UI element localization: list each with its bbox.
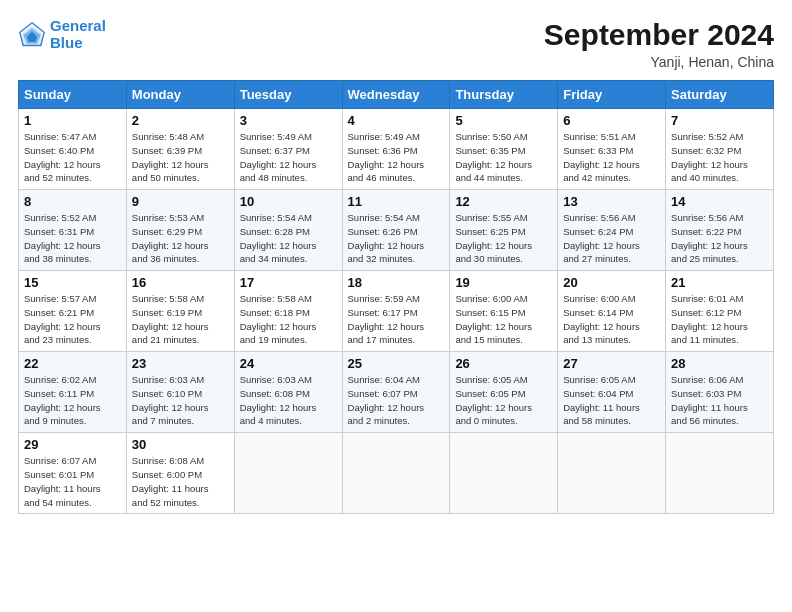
calendar-cell: 18Sunrise: 5:59 AM Sunset: 6:17 PM Dayli…	[342, 271, 450, 352]
day-info: Sunrise: 6:05 AM Sunset: 6:05 PM Dayligh…	[455, 373, 552, 428]
logo-text: General Blue	[50, 18, 106, 51]
day-number: 13	[563, 194, 660, 209]
calendar-cell	[666, 433, 774, 514]
calendar-cell: 24Sunrise: 6:03 AM Sunset: 6:08 PM Dayli…	[234, 352, 342, 433]
day-number: 28	[671, 356, 768, 371]
calendar-cell: 20Sunrise: 6:00 AM Sunset: 6:14 PM Dayli…	[558, 271, 666, 352]
day-number: 29	[24, 437, 121, 452]
day-number: 20	[563, 275, 660, 290]
calendar-cell: 13Sunrise: 5:56 AM Sunset: 6:24 PM Dayli…	[558, 190, 666, 271]
header: General Blue September 2024 Yanji, Henan…	[18, 18, 774, 70]
calendar-week-2: 8Sunrise: 5:52 AM Sunset: 6:31 PM Daylig…	[19, 190, 774, 271]
calendar-cell: 15Sunrise: 5:57 AM Sunset: 6:21 PM Dayli…	[19, 271, 127, 352]
day-number: 9	[132, 194, 229, 209]
calendar-cell: 21Sunrise: 6:01 AM Sunset: 6:12 PM Dayli…	[666, 271, 774, 352]
calendar-cell: 23Sunrise: 6:03 AM Sunset: 6:10 PM Dayli…	[126, 352, 234, 433]
day-info: Sunrise: 5:50 AM Sunset: 6:35 PM Dayligh…	[455, 130, 552, 185]
calendar-cell: 5Sunrise: 5:50 AM Sunset: 6:35 PM Daylig…	[450, 109, 558, 190]
calendar-cell	[342, 433, 450, 514]
day-number: 15	[24, 275, 121, 290]
day-info: Sunrise: 5:59 AM Sunset: 6:17 PM Dayligh…	[348, 292, 445, 347]
location: Yanji, Henan, China	[544, 54, 774, 70]
day-number: 12	[455, 194, 552, 209]
calendar-header-tuesday: Tuesday	[234, 81, 342, 109]
day-number: 1	[24, 113, 121, 128]
calendar-cell: 29Sunrise: 6:07 AM Sunset: 6:01 PM Dayli…	[19, 433, 127, 514]
calendar-cell: 25Sunrise: 6:04 AM Sunset: 6:07 PM Dayli…	[342, 352, 450, 433]
logo: General Blue	[18, 18, 106, 51]
day-info: Sunrise: 6:00 AM Sunset: 6:14 PM Dayligh…	[563, 292, 660, 347]
day-info: Sunrise: 6:05 AM Sunset: 6:04 PM Dayligh…	[563, 373, 660, 428]
day-number: 22	[24, 356, 121, 371]
month-title: September 2024	[544, 18, 774, 52]
calendar-cell: 26Sunrise: 6:05 AM Sunset: 6:05 PM Dayli…	[450, 352, 558, 433]
calendar-cell: 22Sunrise: 6:02 AM Sunset: 6:11 PM Dayli…	[19, 352, 127, 433]
calendar-cell: 17Sunrise: 5:58 AM Sunset: 6:18 PM Dayli…	[234, 271, 342, 352]
calendar-header-wednesday: Wednesday	[342, 81, 450, 109]
day-number: 16	[132, 275, 229, 290]
day-number: 4	[348, 113, 445, 128]
day-info: Sunrise: 6:07 AM Sunset: 6:01 PM Dayligh…	[24, 454, 121, 509]
calendar-cell: 30Sunrise: 6:08 AM Sunset: 6:00 PM Dayli…	[126, 433, 234, 514]
day-number: 25	[348, 356, 445, 371]
day-info: Sunrise: 5:56 AM Sunset: 6:22 PM Dayligh…	[671, 211, 768, 266]
day-number: 17	[240, 275, 337, 290]
calendar-cell: 6Sunrise: 5:51 AM Sunset: 6:33 PM Daylig…	[558, 109, 666, 190]
calendar-header-row: SundayMondayTuesdayWednesdayThursdayFrid…	[19, 81, 774, 109]
day-number: 19	[455, 275, 552, 290]
day-number: 30	[132, 437, 229, 452]
calendar-week-1: 1Sunrise: 5:47 AM Sunset: 6:40 PM Daylig…	[19, 109, 774, 190]
calendar-cell: 12Sunrise: 5:55 AM Sunset: 6:25 PM Dayli…	[450, 190, 558, 271]
day-info: Sunrise: 6:01 AM Sunset: 6:12 PM Dayligh…	[671, 292, 768, 347]
day-info: Sunrise: 5:58 AM Sunset: 6:19 PM Dayligh…	[132, 292, 229, 347]
logo-icon	[18, 21, 46, 49]
calendar-cell: 2Sunrise: 5:48 AM Sunset: 6:39 PM Daylig…	[126, 109, 234, 190]
day-number: 8	[24, 194, 121, 209]
calendar-cell: 8Sunrise: 5:52 AM Sunset: 6:31 PM Daylig…	[19, 190, 127, 271]
calendar-cell: 19Sunrise: 6:00 AM Sunset: 6:15 PM Dayli…	[450, 271, 558, 352]
calendar-cell: 14Sunrise: 5:56 AM Sunset: 6:22 PM Dayli…	[666, 190, 774, 271]
calendar-cell: 10Sunrise: 5:54 AM Sunset: 6:28 PM Dayli…	[234, 190, 342, 271]
calendar-cell: 3Sunrise: 5:49 AM Sunset: 6:37 PM Daylig…	[234, 109, 342, 190]
day-number: 24	[240, 356, 337, 371]
day-info: Sunrise: 5:56 AM Sunset: 6:24 PM Dayligh…	[563, 211, 660, 266]
day-number: 27	[563, 356, 660, 371]
title-block: September 2024 Yanji, Henan, China	[544, 18, 774, 70]
day-number: 3	[240, 113, 337, 128]
day-info: Sunrise: 5:54 AM Sunset: 6:26 PM Dayligh…	[348, 211, 445, 266]
calendar-cell: 28Sunrise: 6:06 AM Sunset: 6:03 PM Dayli…	[666, 352, 774, 433]
day-info: Sunrise: 5:48 AM Sunset: 6:39 PM Dayligh…	[132, 130, 229, 185]
day-number: 7	[671, 113, 768, 128]
calendar-cell: 9Sunrise: 5:53 AM Sunset: 6:29 PM Daylig…	[126, 190, 234, 271]
day-info: Sunrise: 5:52 AM Sunset: 6:31 PM Dayligh…	[24, 211, 121, 266]
day-number: 11	[348, 194, 445, 209]
day-info: Sunrise: 5:55 AM Sunset: 6:25 PM Dayligh…	[455, 211, 552, 266]
logo-line1: General	[50, 17, 106, 34]
day-info: Sunrise: 5:58 AM Sunset: 6:18 PM Dayligh…	[240, 292, 337, 347]
day-number: 21	[671, 275, 768, 290]
day-number: 2	[132, 113, 229, 128]
calendar-header-saturday: Saturday	[666, 81, 774, 109]
calendar-cell: 27Sunrise: 6:05 AM Sunset: 6:04 PM Dayli…	[558, 352, 666, 433]
day-number: 23	[132, 356, 229, 371]
calendar-cell: 16Sunrise: 5:58 AM Sunset: 6:19 PM Dayli…	[126, 271, 234, 352]
day-number: 5	[455, 113, 552, 128]
day-info: Sunrise: 5:53 AM Sunset: 6:29 PM Dayligh…	[132, 211, 229, 266]
calendar-week-3: 15Sunrise: 5:57 AM Sunset: 6:21 PM Dayli…	[19, 271, 774, 352]
calendar-cell: 1Sunrise: 5:47 AM Sunset: 6:40 PM Daylig…	[19, 109, 127, 190]
calendar-cell	[234, 433, 342, 514]
calendar-header-sunday: Sunday	[19, 81, 127, 109]
day-info: Sunrise: 5:49 AM Sunset: 6:37 PM Dayligh…	[240, 130, 337, 185]
calendar-header-monday: Monday	[126, 81, 234, 109]
day-info: Sunrise: 6:03 AM Sunset: 6:10 PM Dayligh…	[132, 373, 229, 428]
calendar-cell	[450, 433, 558, 514]
calendar-week-4: 22Sunrise: 6:02 AM Sunset: 6:11 PM Dayli…	[19, 352, 774, 433]
day-info: Sunrise: 5:49 AM Sunset: 6:36 PM Dayligh…	[348, 130, 445, 185]
day-info: Sunrise: 5:52 AM Sunset: 6:32 PM Dayligh…	[671, 130, 768, 185]
day-info: Sunrise: 5:54 AM Sunset: 6:28 PM Dayligh…	[240, 211, 337, 266]
calendar-cell: 11Sunrise: 5:54 AM Sunset: 6:26 PM Dayli…	[342, 190, 450, 271]
day-info: Sunrise: 6:03 AM Sunset: 6:08 PM Dayligh…	[240, 373, 337, 428]
logo-line2: Blue	[50, 34, 83, 51]
day-info: Sunrise: 5:47 AM Sunset: 6:40 PM Dayligh…	[24, 130, 121, 185]
day-info: Sunrise: 5:51 AM Sunset: 6:33 PM Dayligh…	[563, 130, 660, 185]
